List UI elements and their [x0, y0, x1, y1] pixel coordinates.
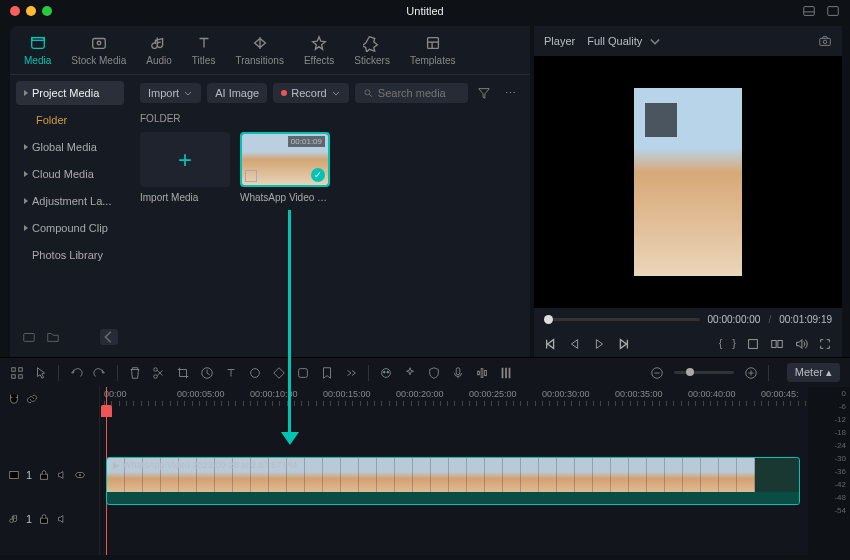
color-icon[interactable] [248, 366, 262, 380]
fullscreen-icon[interactable] [826, 4, 840, 18]
tab-titles[interactable]: Titles [192, 34, 216, 66]
pointer-tool-icon[interactable] [34, 366, 48, 380]
svg-point-23 [154, 374, 158, 378]
db-label: -54 [812, 506, 846, 515]
tab-stock-media[interactable]: Stock Media [71, 34, 126, 66]
tab-stickers[interactable]: Stickers [354, 34, 390, 66]
play-backward-icon[interactable] [568, 337, 582, 351]
svg-rect-13 [820, 38, 831, 45]
link-icon[interactable] [26, 393, 38, 405]
undo-icon[interactable] [69, 366, 83, 380]
visibility-icon[interactable] [74, 469, 86, 481]
split-icon[interactable] [152, 366, 166, 380]
lock-icon[interactable] [38, 469, 50, 481]
svg-point-29 [387, 371, 389, 373]
search-input[interactable] [378, 87, 460, 99]
zoom-out-icon[interactable] [650, 366, 664, 380]
mute-icon[interactable] [56, 513, 68, 525]
minimize-window[interactable] [26, 6, 36, 16]
crop-tool-icon[interactable] [176, 366, 190, 380]
import-media-tile[interactable]: + Import Media [140, 132, 230, 203]
video-track-header[interactable]: 1 [0, 455, 99, 507]
svg-rect-33 [485, 370, 487, 375]
search-field[interactable] [355, 83, 468, 103]
media-browser: Import AI Image Record ⋯ FOLDER + Import… [130, 75, 530, 357]
tab-media[interactable]: Media [24, 34, 51, 66]
sidebar-global-media[interactable]: Global Media [16, 135, 124, 159]
volume-icon[interactable] [794, 337, 808, 351]
sidebar-cloud-media[interactable]: Cloud Media [16, 162, 124, 186]
svg-rect-0 [804, 7, 815, 16]
tab-audio[interactable]: Audio [146, 34, 172, 66]
more-tools-icon[interactable] [344, 366, 358, 380]
clip-waveform [107, 492, 799, 504]
next-frame-icon[interactable] [616, 337, 630, 351]
magnet-icon[interactable] [8, 393, 20, 405]
mask-icon[interactable] [296, 366, 310, 380]
zoom-in-icon[interactable] [744, 366, 758, 380]
bracket-in[interactable]: { [719, 337, 723, 351]
svg-rect-40 [41, 474, 48, 479]
progress-thumb[interactable] [544, 315, 553, 324]
prev-frame-icon[interactable] [544, 337, 558, 351]
marker-icon[interactable] [320, 366, 334, 380]
new-folder-icon[interactable] [46, 330, 60, 344]
speed-icon[interactable] [200, 366, 214, 380]
select-tool-icon[interactable] [10, 366, 24, 380]
sidebar-photos-library[interactable]: Photos Library [16, 243, 124, 267]
timeline-tracks[interactable]: 00:0000:00:05:0000:00:10:0000:00:15:0000… [100, 387, 808, 555]
ruler-label: 00:00:35:00 [615, 389, 663, 399]
sidebar-project-media[interactable]: Project Media [16, 81, 124, 105]
ruler-label: 00:00:05:00 [177, 389, 225, 399]
svg-point-14 [823, 40, 827, 44]
ai-icon[interactable] [379, 366, 393, 380]
tab-transitions[interactable]: Transitions [235, 34, 284, 66]
sidebar-adjustment-layer[interactable]: Adjustment La... [16, 189, 124, 213]
compare-icon[interactable] [770, 337, 784, 351]
mute-icon[interactable] [56, 469, 68, 481]
progress-bar[interactable]: 00:00:00:00 / 00:01:09:19 [534, 308, 842, 331]
sidebar-compound-clip[interactable]: Compound Clip [16, 216, 124, 240]
mixer-icon[interactable] [499, 366, 513, 380]
new-bin-icon[interactable] [22, 330, 36, 344]
import-button[interactable]: Import [140, 83, 201, 103]
timeline-clip[interactable]: ▶ WhatsApp Video 2023-09-28 at 2.07.57 P… [106, 457, 800, 505]
shield-icon[interactable] [427, 366, 441, 380]
zoom-slider[interactable] [674, 371, 734, 374]
lock-icon[interactable] [38, 513, 50, 525]
crop-icon[interactable] [746, 337, 760, 351]
tab-templates[interactable]: Templates [410, 34, 456, 66]
audio-tool-icon[interactable] [475, 366, 489, 380]
quality-dropdown[interactable]: Full Quality [587, 34, 662, 48]
time-ruler[interactable]: 00:0000:00:05:0000:00:10:0000:00:15:0000… [100, 387, 808, 411]
sidebar-folder[interactable]: Folder [16, 108, 124, 132]
meter-toggle[interactable]: Meter ▴ [787, 363, 840, 382]
preview-viewport[interactable] [534, 56, 842, 308]
more-icon[interactable]: ⋯ [500, 87, 520, 100]
ai-image-button[interactable]: AI Image [207, 83, 267, 103]
layout-icon[interactable] [802, 4, 816, 18]
close-window[interactable] [10, 6, 20, 16]
svg-rect-39 [10, 472, 19, 479]
collapse-sidebar[interactable] [100, 329, 118, 345]
svg-rect-3 [31, 38, 44, 49]
video-track-icon [8, 469, 20, 481]
media-clip-tile[interactable]: 00:01:09 ✓ WhatsApp Video 202… [240, 132, 330, 203]
audio-track-header[interactable]: 1 [0, 507, 99, 531]
filter-icon[interactable] [474, 86, 494, 100]
keyframe-icon[interactable] [272, 366, 286, 380]
snapshot-icon[interactable] [818, 34, 832, 48]
redo-icon[interactable] [93, 366, 107, 380]
delete-icon[interactable] [128, 366, 142, 380]
text-icon[interactable] [224, 366, 238, 380]
mic-icon[interactable] [451, 366, 465, 380]
enhance-icon[interactable] [403, 366, 417, 380]
db-label: -18 [812, 428, 846, 437]
record-button[interactable]: Record [273, 83, 348, 103]
tab-effects[interactable]: Effects [304, 34, 334, 66]
play-icon[interactable] [592, 337, 606, 351]
expand-icon[interactable] [818, 337, 832, 351]
bracket-out[interactable]: } [732, 337, 736, 351]
maximize-window[interactable] [42, 6, 52, 16]
db-label: -42 [812, 480, 846, 489]
